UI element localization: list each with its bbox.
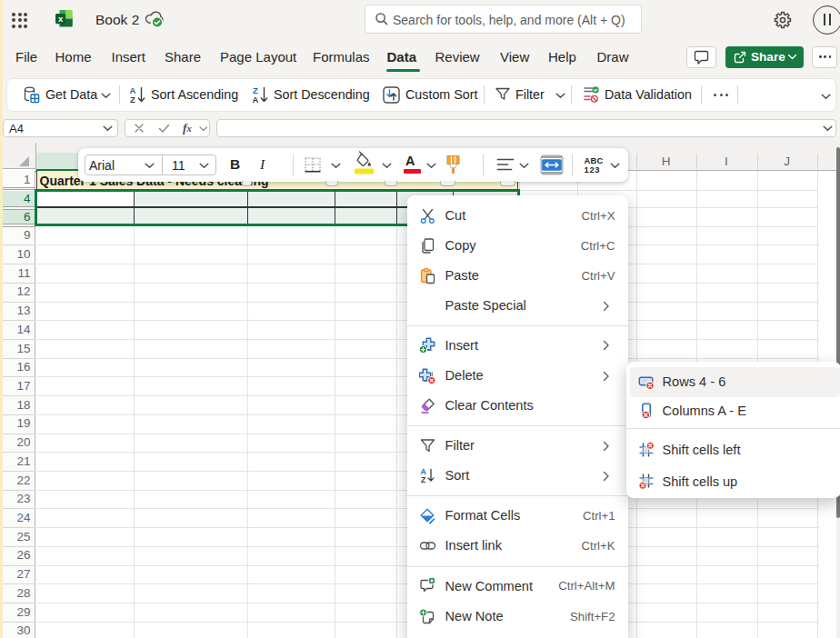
svg-text:A: A (253, 95, 259, 105)
svg-text:Z: Z (130, 95, 135, 105)
svg-text:Z: Z (421, 475, 425, 484)
svg-text:x: x (57, 14, 63, 24)
